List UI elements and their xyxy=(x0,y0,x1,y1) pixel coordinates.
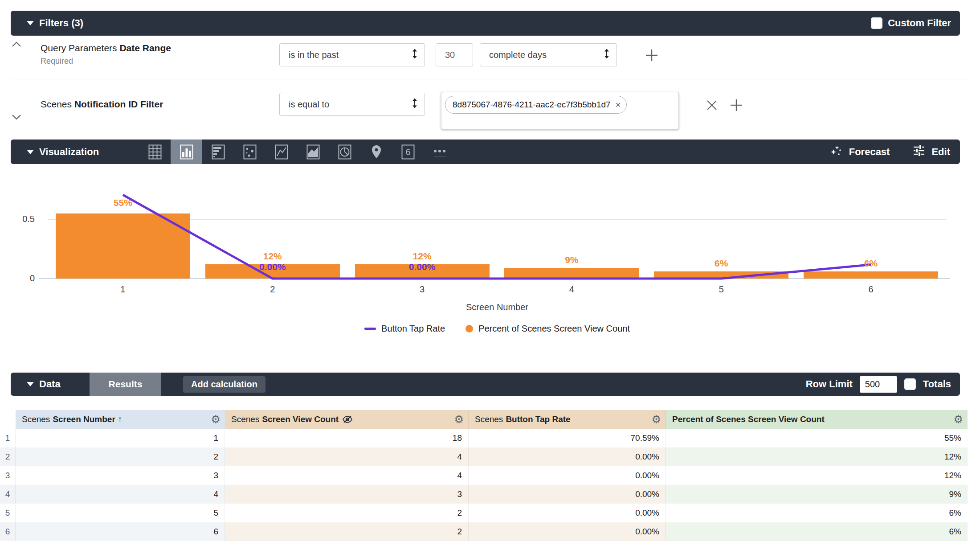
row-number: 6 xyxy=(0,522,16,541)
legend-label: Percent of Scenes Screen View Count xyxy=(478,324,630,334)
y-axis-tick-label: 0 xyxy=(7,273,35,283)
clear-filter-button[interactable] xyxy=(706,99,718,113)
column-header-percent-of-scenes-screen-view-count[interactable]: Percent of Scenes Screen View Count⚙ xyxy=(666,410,968,429)
legend-line-swatch xyxy=(364,328,376,330)
filter-value-input[interactable]: 30 xyxy=(436,43,473,66)
column-gear-icon[interactable]: ⚙ xyxy=(651,414,661,425)
viz-actions: Forecast Edit xyxy=(829,140,950,164)
column-header-screen-number[interactable]: ScenesScreen Number↑⚙ xyxy=(16,410,225,429)
filter-token: 8d875067-4876-4211-aac2-ec7f3b5bb1d7 ✕ xyxy=(445,96,627,114)
legend-item-bar[interactable]: Percent of Scenes Screen View Count xyxy=(466,324,630,334)
scatter-chart-icon[interactable] xyxy=(234,140,265,164)
collapse-row-up-icon[interactable] xyxy=(12,41,21,47)
custom-filter-checkbox[interactable] xyxy=(871,17,882,29)
x-axis-tick-label: 3 xyxy=(404,284,440,295)
edit-viz-button[interactable]: Edit xyxy=(913,144,950,160)
collapse-row-down-icon[interactable] xyxy=(12,114,21,120)
bar-value-label: 12% xyxy=(241,251,304,262)
totals-checkbox[interactable] xyxy=(904,378,916,390)
column-gear-icon[interactable]: ⚙ xyxy=(211,414,220,425)
line-chart-icon[interactable] xyxy=(265,140,297,164)
filter-value: 30 xyxy=(445,50,455,60)
row-limit-input[interactable]: 500 xyxy=(860,376,897,393)
filter-unit-select[interactable]: complete days xyxy=(480,43,617,66)
single-value-icon[interactable]: 6 xyxy=(392,140,424,164)
add-filter-row-button[interactable] xyxy=(645,49,658,64)
bar-value-label: 6% xyxy=(690,258,752,269)
column-header-button-tap-rate[interactable]: ScenesButton Tap Rate⚙ xyxy=(469,410,666,429)
filter-token-input[interactable]: 8d875067-4876-4211-aac2-ec7f3b5bb1d7 ✕ xyxy=(441,92,679,129)
column-header-screen-view-count[interactable]: ScenesScreen View Count⚙ xyxy=(225,410,469,429)
sort-asc-icon: ↑ xyxy=(118,414,122,424)
forecast-label: Forecast xyxy=(849,146,890,158)
column-gear-icon[interactable]: ⚙ xyxy=(454,414,464,425)
row-number: 4 xyxy=(0,485,16,504)
table-cell[interactable]: 6 xyxy=(16,522,225,541)
table-cell[interactable]: 0.00% xyxy=(469,504,666,522)
table-cell[interactable]: 6% xyxy=(666,522,968,541)
hidden-field-eye-slash-icon xyxy=(342,415,353,423)
table-cell[interactable]: 12% xyxy=(666,466,968,485)
filter-field-prefix: Scenes xyxy=(41,99,72,109)
table-cell[interactable]: 6% xyxy=(666,504,968,522)
filters-title: Filters (3) xyxy=(39,17,83,29)
column-gear-icon[interactable]: ⚙ xyxy=(953,414,963,425)
legend-item-line[interactable]: Button Tap Rate xyxy=(364,324,445,334)
collapse-viz-icon[interactable] xyxy=(27,150,34,154)
filter-unit-value: complete days xyxy=(489,50,547,60)
table-cell[interactable]: 5 xyxy=(16,504,225,522)
visualization-title: Visualization xyxy=(39,146,99,158)
collapse-data-icon[interactable] xyxy=(27,382,34,386)
table-cell[interactable]: 0.00% xyxy=(469,522,666,541)
bar-screen-6[interactable] xyxy=(804,271,938,279)
table-cell[interactable]: 2 xyxy=(16,447,225,466)
table-icon[interactable] xyxy=(139,140,171,164)
table-cell[interactable]: 55% xyxy=(666,429,968,447)
table-cell[interactable]: 3 xyxy=(225,485,469,504)
bar-screen-5[interactable] xyxy=(654,271,788,279)
table-cell[interactable]: 1 xyxy=(16,429,225,447)
forecast-button[interactable]: Forecast xyxy=(829,144,890,160)
table-cell[interactable]: 4 xyxy=(225,447,469,466)
add-calculation-button[interactable]: Add calculation xyxy=(183,376,265,393)
bar-chart-icon[interactable] xyxy=(202,140,234,164)
column-name: Percent of Scenes Screen View Count xyxy=(672,414,825,424)
bar-screen-1[interactable] xyxy=(56,213,190,279)
table-cell[interactable]: 0.00% xyxy=(469,466,666,485)
table-cell[interactable]: 4 xyxy=(16,485,225,504)
table-cell[interactable]: 0.00% xyxy=(469,447,666,466)
table-cell[interactable]: 3 xyxy=(16,466,225,485)
filter-field-name: Date Range xyxy=(119,43,171,53)
remove-token-icon[interactable]: ✕ xyxy=(615,101,621,109)
x-axis-tick-label: 1 xyxy=(105,284,141,295)
add-filter-value-button[interactable] xyxy=(730,98,743,114)
table-cell[interactable]: 0.00% xyxy=(469,485,666,504)
svg-text:6: 6 xyxy=(405,147,410,157)
table-cell[interactable]: 2 xyxy=(225,504,469,522)
table-cell[interactable]: 2 xyxy=(225,522,469,541)
legend-dot-swatch xyxy=(466,325,473,332)
table-cell[interactable]: 12% xyxy=(666,447,968,466)
totals-label: Totals xyxy=(923,378,951,390)
row-limit-label: Row Limit xyxy=(806,378,853,390)
edit-sliders-icon xyxy=(913,144,925,160)
collapse-filters-icon[interactable] xyxy=(27,21,34,25)
filter-operator-value: is equal to xyxy=(289,99,329,110)
area-chart-icon[interactable] xyxy=(297,140,329,164)
table-cell[interactable]: 4 xyxy=(225,466,469,485)
line-value-label: 0.00% xyxy=(241,262,304,272)
x-axis-tick-label: 5 xyxy=(703,284,739,295)
table-cell[interactable]: 9% xyxy=(666,485,968,504)
table-cell[interactable]: 70.59% xyxy=(469,429,666,447)
line-value-label: 0.00% xyxy=(391,262,453,272)
table-cell[interactable]: 18 xyxy=(225,429,469,447)
tab-results[interactable]: Results xyxy=(90,373,161,396)
bar-screen-4[interactable] xyxy=(504,268,639,279)
more-icon[interactable] xyxy=(424,140,455,164)
filter-operator-select-1[interactable]: is in the past xyxy=(279,43,425,66)
custom-filter-toggle[interactable]: Custom Filter xyxy=(871,17,951,29)
map-icon[interactable] xyxy=(360,140,392,164)
pie-chart-icon[interactable] xyxy=(329,140,360,164)
filter-operator-select-2[interactable]: is equal to xyxy=(279,93,425,116)
column-chart-icon[interactable] xyxy=(171,140,202,164)
